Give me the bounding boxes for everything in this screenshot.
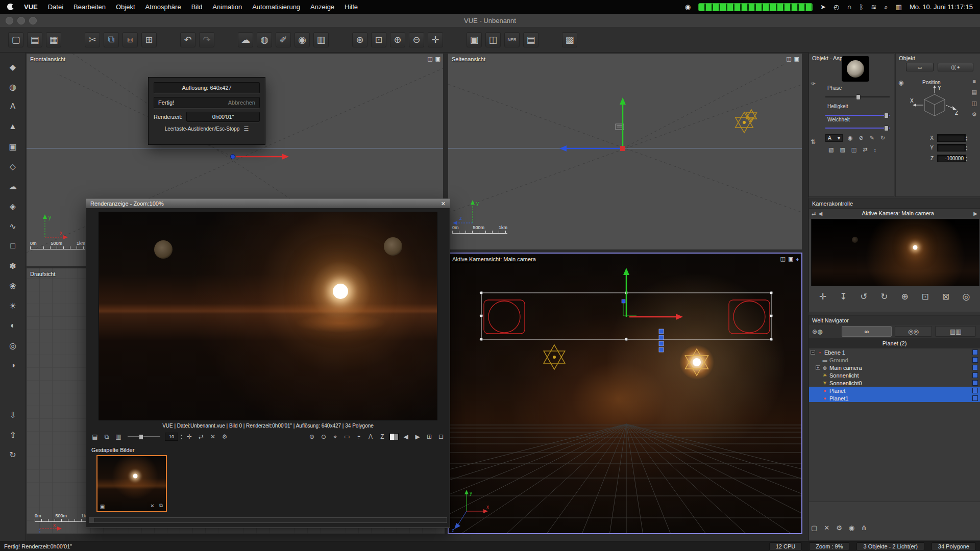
heightfield-icon[interactable]: ▣ — [6, 139, 20, 154]
hierarchy-icon[interactable]: ⋔ — [861, 524, 867, 532]
visibility-toggle[interactable] — [972, 380, 978, 386]
zoom-out-icon[interactable]: ⊖ — [409, 32, 424, 47]
open-scene-icon[interactable]: ▤ — [27, 32, 42, 47]
control-center-icon[interactable]: ▥ — [896, 3, 902, 11]
delete-object-icon[interactable]: ✕ — [824, 524, 829, 532]
alpha-channel-icon[interactable]: A — [366, 432, 375, 441]
object-tools-icon[interactable]: ⚙ — [972, 111, 977, 118]
target-camera-icon[interactable]: ◎ — [960, 290, 973, 303]
menu-animation[interactable]: Animation — [212, 3, 242, 11]
orbit-left-icon[interactable]: ↺ — [857, 290, 870, 303]
app-menu[interactable]: VUE — [24, 3, 38, 11]
channels-icon[interactable]: ▥ — [114, 432, 123, 441]
atmosphere-editor-icon[interactable]: ☁ — [238, 32, 253, 47]
exposure-icon[interactable]: ◓ — [354, 432, 363, 441]
multi-pass-render-icon[interactable]: ▩ — [562, 32, 577, 47]
render-settings-icon[interactable]: ⚙ — [220, 432, 229, 441]
polygon-count[interactable]: 34 Polygone — [932, 542, 976, 550]
material-a-icon[interactable]: ▧ — [828, 146, 834, 153]
gallery-icon[interactable]: ▤ — [972, 89, 977, 95]
menu-datei[interactable]: Datei — [48, 3, 63, 11]
planet-texture-preview[interactable] — [842, 56, 869, 82]
plant-icon[interactable]: ❀ — [6, 279, 20, 293]
stacked-image-thumbnail[interactable]: ▣ ✕⧉ — [96, 455, 167, 512]
viewport-mode-icon[interactable]: ◫ — [780, 256, 786, 262]
flip-horizontal-icon[interactable]: ⇄ — [197, 432, 206, 441]
curve-icon[interactable]: ∿ — [6, 219, 20, 233]
cpu-indicator[interactable]: 12 CPU — [769, 542, 802, 550]
redo-icon[interactable]: ↷ — [199, 32, 214, 47]
render-options-icon[interactable]: ◫ — [485, 32, 501, 47]
world-sphere-icon[interactable]: ◍ — [817, 328, 822, 335]
tree-item-planet1[interactable]: ●Planet1 — [809, 394, 980, 402]
display-toggle-icon[interactable]: ◉ — [849, 524, 854, 532]
camera-render-icon[interactable]: ▤ — [523, 32, 538, 47]
app-indicator-icon[interactable]: ◉ — [685, 3, 691, 11]
edit-icon[interactable]: ✎ — [870, 135, 874, 141]
rock-icon[interactable]: ◈ — [6, 199, 20, 213]
active-camera-name[interactable]: Aktive Kamera: Main camera — [825, 210, 971, 216]
zoom-step-value[interactable]: 10 — [165, 433, 178, 441]
tree-item-main-camera[interactable]: +◍Main camera — [809, 364, 980, 371]
visibility-toggle[interactable] — [972, 388, 978, 393]
npr-render-icon[interactable]: NPR — [504, 32, 520, 47]
menu-hilfe[interactable]: Hilfe — [345, 3, 358, 11]
battery-indicator[interactable] — [698, 3, 813, 11]
stack-images-icon[interactable]: ⧉ — [102, 432, 111, 441]
menu-bild[interactable]: Bild — [191, 3, 203, 11]
material-mix-icon[interactable]: ◫ — [851, 146, 856, 153]
scale-material-icon[interactable]: ↕ — [873, 146, 876, 153]
metaball-icon[interactable]: ✽ — [6, 259, 20, 273]
world-settings-icon[interactable]: ⊛ — [812, 328, 817, 335]
swap-camera-icon[interactable]: ⇄ — [812, 211, 816, 216]
x-stepper[interactable]: ▴▾ — [966, 135, 967, 141]
cut-icon[interactable]: ✂ — [85, 32, 100, 47]
tree-item-sonnenlicht0[interactable]: ☀Sonnenlicht0 — [809, 379, 980, 387]
export-object-icon[interactable]: ⇩ — [6, 408, 20, 422]
link-aspect-icon[interactable]: ⇅ — [811, 138, 816, 145]
load-object-icon[interactable]: ◍ — [257, 32, 272, 47]
viewport-maximize-icon[interactable]: ▣ — [794, 56, 799, 62]
import-object-icon[interactable]: ⇧ — [6, 428, 20, 442]
close-stack-icon[interactable]: ⊟ — [436, 432, 446, 441]
zoom-in-icon[interactable]: ⊕ — [307, 432, 316, 441]
spray-tool-icon[interactable]: ✐ — [276, 32, 291, 47]
zoom-in-icon[interactable]: ⊕ — [390, 32, 405, 47]
viewport-mode-icon[interactable]: ◫ — [786, 56, 791, 62]
text-object-icon[interactable]: A — [6, 99, 20, 114]
viewport-camera[interactable]: Aktive Kamerasicht: Main camera ◫ ▣ ♦ — [448, 253, 802, 534]
cloud-icon[interactable]: ☁ — [6, 179, 20, 193]
visibility-toggle[interactable] — [972, 395, 978, 401]
y-stepper[interactable]: ▴▾ — [966, 145, 967, 151]
next-image-icon[interactable]: ▶ — [413, 432, 422, 441]
light-icon[interactable]: ☀ — [6, 298, 20, 313]
swap-material-icon[interactable]: ⇄ — [863, 146, 867, 153]
measure-button[interactable]: ▭ — [906, 63, 934, 71]
expander-icon[interactable]: − — [811, 350, 815, 355]
save-image-icon[interactable]: ⊞ — [425, 432, 434, 441]
tab-links[interactable]: ∞ — [842, 326, 892, 337]
box-icon[interactable]: □ — [6, 239, 20, 253]
hide-dialog-icon[interactable]: ☰ — [243, 126, 249, 132]
expand-view-icon[interactable]: ✛ — [428, 32, 443, 47]
tab-objects[interactable]: ◎◎ — [895, 326, 932, 337]
time-machine-icon[interactable]: ◴ — [834, 3, 839, 11]
orientation-gizmo[interactable]: Y X Z — [910, 85, 959, 126]
navigator-settings-icon[interactable]: ⚙ — [836, 524, 842, 532]
audio-icon[interactable]: ∩ — [847, 3, 851, 11]
water-icon[interactable]: ◆ — [6, 60, 20, 74]
thumbnail-scrollbar[interactable] — [89, 517, 447, 523]
pan-tool-icon[interactable]: ✛ — [185, 432, 194, 441]
image-info-icon[interactable]: ▭ — [342, 432, 352, 441]
display-mode-icon[interactable]: ▤ — [90, 432, 100, 441]
pin-icon[interactable]: ➤ — [820, 3, 826, 11]
disable-icon[interactable]: ⊘ — [859, 135, 864, 141]
save-scene-icon[interactable]: ▦ — [46, 32, 61, 47]
menu-automatisierung[interactable]: Automatisierung — [252, 3, 300, 11]
zoom-target-icon[interactable]: ⌖ — [331, 432, 340, 441]
sphere-icon[interactable]: ◐ — [6, 318, 20, 333]
visibility-toggle[interactable] — [972, 365, 978, 370]
z-stepper[interactable]: ▴▾ — [966, 156, 967, 162]
delete-image-icon[interactable]: ✕ — [208, 432, 217, 441]
half-sphere-icon[interactable]: ◑ — [6, 358, 20, 372]
